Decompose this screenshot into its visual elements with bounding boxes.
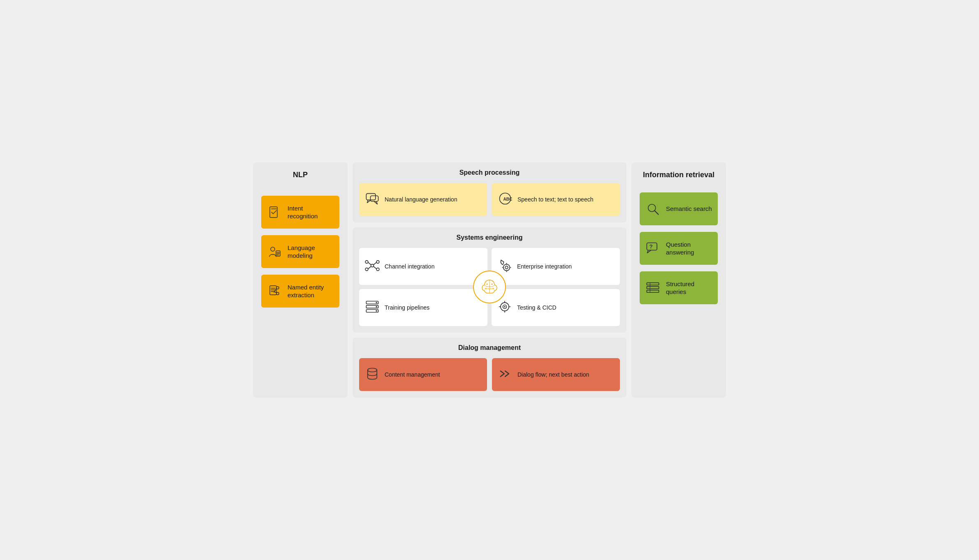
svg-point-50 bbox=[485, 288, 486, 289]
svg-point-52 bbox=[368, 368, 377, 372]
sys-card-enterprise-label: Enterprise integration bbox=[517, 263, 572, 270]
nlp-cards: Intent recognition Language modeling bbox=[261, 196, 339, 308]
speech-panel: Speech processing Natural language gener… bbox=[353, 162, 626, 222]
svg-point-51 bbox=[493, 288, 494, 289]
svg-point-21 bbox=[376, 261, 379, 264]
speech-card-nlg-label: Natural language generation bbox=[385, 196, 457, 203]
network-icon bbox=[365, 258, 380, 275]
svg-point-38 bbox=[376, 306, 377, 307]
dialog-card-content: Content management bbox=[359, 358, 487, 391]
nlp-card-intent: Intent recognition bbox=[261, 196, 339, 229]
dialog-title: Dialog management bbox=[359, 344, 620, 352]
systems-title: Systems engineering bbox=[359, 234, 620, 241]
svg-point-42 bbox=[504, 306, 505, 307]
chat-bubbles-icon bbox=[365, 191, 380, 208]
dialog-card-flow-label: Dialog flow; next best action bbox=[517, 371, 589, 378]
svg-point-11 bbox=[276, 287, 279, 289]
question-chat-icon: ? bbox=[645, 241, 660, 256]
ir-cards: Semantic search ? Question answering bbox=[640, 192, 718, 304]
svg-rect-15 bbox=[366, 194, 376, 200]
svg-rect-59 bbox=[647, 290, 659, 293]
sys-card-enterprise: Enterprise integration bbox=[492, 248, 620, 285]
svg-line-54 bbox=[655, 211, 659, 215]
svg-point-22 bbox=[365, 268, 368, 271]
ir-card-semantic: Semantic search bbox=[640, 192, 718, 225]
dialog-panel: Dialog management Content management bbox=[353, 338, 626, 398]
table-list-icon bbox=[645, 280, 660, 295]
sys-card-channel: Channel integration bbox=[359, 248, 487, 285]
ir-panel: Information retrieval Semantic search ? bbox=[631, 162, 726, 398]
svg-point-20 bbox=[365, 261, 368, 264]
sys-card-testing: Testing & CICD bbox=[492, 289, 620, 326]
nlp-card-intent-label: Intent recognition bbox=[288, 204, 334, 220]
svg-text:ABC: ABC bbox=[503, 197, 513, 201]
sys-card-channel-label: Channel integration bbox=[385, 263, 434, 270]
document-check-icon bbox=[267, 205, 282, 220]
ir-card-structured: Structured queries bbox=[640, 271, 718, 304]
sys-card-testing-label: Testing & CICD bbox=[517, 304, 557, 311]
server-grid-icon bbox=[365, 299, 380, 316]
svg-rect-16 bbox=[371, 196, 378, 201]
sys-card-training-label: Training pipelines bbox=[385, 304, 429, 311]
brain-circle bbox=[473, 271, 506, 303]
systems-grid: Channel integration bbox=[359, 248, 620, 326]
search-icon bbox=[645, 201, 660, 216]
share-document-icon bbox=[267, 284, 282, 299]
dialog-card-flow: Dialog flow; next best action bbox=[492, 358, 620, 391]
person-document-icon bbox=[267, 244, 282, 259]
svg-rect-58 bbox=[647, 287, 659, 289]
svg-point-49 bbox=[492, 284, 493, 285]
nlp-card-language: Language modeling bbox=[261, 235, 339, 268]
svg-line-25 bbox=[374, 262, 376, 265]
speech-card-nlg: Natural language generation bbox=[359, 183, 487, 216]
dialog-cards: Content management Dialog flow; next bes… bbox=[359, 358, 620, 391]
ir-title: Information retrieval bbox=[640, 171, 718, 179]
ir-card-qa-label: Question answering bbox=[666, 241, 712, 257]
svg-rect-0 bbox=[270, 207, 277, 218]
ir-card-structured-label: Structured queries bbox=[666, 280, 712, 296]
speech-cards: Natural language generation ABC Speech t… bbox=[359, 183, 620, 216]
chevrons-right-icon bbox=[498, 366, 513, 383]
brain-icon bbox=[479, 277, 500, 297]
nlp-title: NLP bbox=[261, 171, 339, 179]
svg-line-24 bbox=[368, 262, 371, 265]
nlp-panel: NLP Intent recognition bbox=[253, 162, 348, 398]
svg-point-29 bbox=[505, 266, 508, 269]
main-diagram: NLP Intent recognition bbox=[245, 154, 734, 406]
dialog-card-content-label: Content management bbox=[385, 371, 440, 378]
svg-line-26 bbox=[368, 266, 371, 269]
svg-point-23 bbox=[376, 268, 379, 271]
speech-title: Speech processing bbox=[359, 169, 620, 176]
speech-card-tts-label: Speech to text; text to speech bbox=[517, 196, 593, 203]
svg-point-12 bbox=[276, 292, 279, 295]
svg-point-48 bbox=[487, 284, 488, 285]
middle-panels: Speech processing Natural language gener… bbox=[353, 162, 626, 398]
systems-panel: Systems engineering bbox=[353, 227, 626, 333]
svg-point-19 bbox=[371, 264, 374, 267]
gear-eye-icon bbox=[497, 299, 512, 316]
svg-line-27 bbox=[374, 266, 376, 269]
ir-card-qa: ? Question answering bbox=[640, 232, 718, 265]
ir-card-semantic-label: Semantic search bbox=[666, 205, 712, 213]
nlp-card-entity: Named entity extraction bbox=[261, 275, 339, 308]
svg-point-37 bbox=[376, 302, 377, 303]
svg-point-28 bbox=[503, 264, 510, 271]
svg-rect-57 bbox=[647, 283, 659, 285]
sys-card-training: Training pipelines bbox=[359, 289, 487, 326]
svg-point-2 bbox=[271, 247, 275, 251]
svg-point-39 bbox=[376, 310, 377, 311]
brush-gear-icon bbox=[497, 258, 512, 275]
nlp-card-entity-label: Named entity extraction bbox=[288, 283, 334, 299]
nlp-card-language-label: Language modeling bbox=[288, 244, 334, 260]
speech-abc-icon: ABC bbox=[498, 191, 513, 208]
speech-card-tts: ABC Speech to text; text to speech bbox=[492, 183, 620, 216]
database-stack-icon bbox=[365, 366, 380, 383]
svg-text:?: ? bbox=[649, 243, 652, 250]
